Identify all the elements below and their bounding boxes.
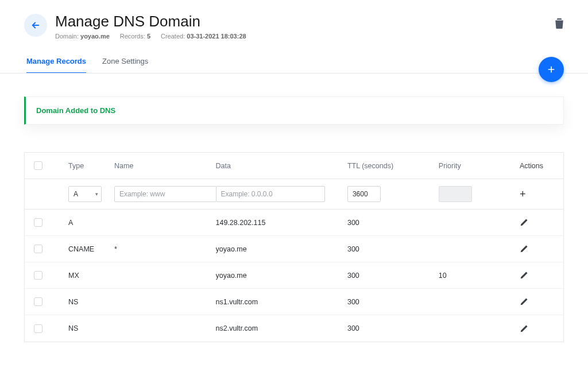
cell-type: CNAME [68, 245, 114, 253]
add-record-fab[interactable] [539, 57, 564, 82]
col-data: Data [216, 162, 347, 170]
tab-manage-records[interactable]: Manage Records [26, 57, 86, 73]
cell-data: yoyao.me [216, 245, 347, 253]
back-button[interactable] [24, 14, 47, 37]
edit-button[interactable] [520, 218, 528, 227]
success-alert: Domain Added to DNS [24, 96, 564, 125]
new-priority-input [439, 186, 472, 202]
row-checkbox[interactable] [34, 297, 42, 306]
edit-button[interactable] [520, 271, 528, 280]
plus-icon [547, 65, 556, 74]
cell-ttl: 300 [347, 245, 439, 253]
pencil-icon [520, 218, 528, 227]
row-checkbox[interactable] [34, 324, 42, 333]
tabs-divider [0, 73, 588, 73]
new-name-input[interactable] [114, 186, 216, 202]
cell-ttl: 300 [347, 272, 439, 280]
row-checkbox[interactable] [34, 271, 42, 280]
col-ttl: TTL (seconds) [347, 162, 439, 170]
pencil-icon [520, 271, 528, 280]
cell-type: A [68, 219, 114, 227]
cell-data: ns1.vultr.com [216, 298, 347, 306]
col-priority: Priority [439, 162, 520, 170]
cell-ttl: 300 [347, 298, 439, 306]
pencil-icon [520, 324, 528, 333]
dns-records-table: Type Name Data TTL (seconds) Priority Ac… [24, 152, 564, 342]
edit-button[interactable] [520, 324, 528, 333]
cell-ttl: 300 [347, 219, 439, 227]
arrow-left-icon [30, 20, 41, 30]
cell-data: ns2.vultr.com [216, 324, 347, 332]
cell-priority: 10 [439, 272, 520, 280]
edit-button[interactable] [520, 245, 528, 253]
table-row: MX yoyao.me 300 10 [25, 262, 563, 289]
cell-data: 149.28.202.115 [216, 219, 347, 227]
col-actions: Actions [520, 162, 554, 170]
header-meta: Domain: yoyao.me Records: 5 Created: 03-… [55, 33, 547, 40]
trash-icon [555, 18, 564, 29]
tab-zone-settings[interactable]: Zone Settings [102, 57, 148, 73]
table-row: NS ns1.vultr.com 300 [25, 289, 563, 315]
table-row: NS ns2.vultr.com 300 [25, 315, 563, 342]
new-type-select[interactable]: A [68, 186, 102, 202]
cell-type: NS [68, 298, 114, 306]
delete-button[interactable] [555, 18, 564, 31]
pencil-icon [520, 245, 528, 253]
cell-data: yoyao.me [216, 272, 347, 280]
page-title: Manage DNS Domain [55, 13, 547, 30]
cell-ttl: 300 [347, 324, 439, 332]
cell-type: MX [68, 272, 114, 280]
new-record-row: A ▾ + [25, 179, 563, 210]
col-name: Name [114, 162, 216, 170]
row-checkbox[interactable] [34, 218, 42, 227]
row-checkbox[interactable] [34, 245, 42, 253]
cell-type: NS [68, 324, 114, 332]
select-all-checkbox[interactable] [34, 161, 42, 170]
add-record-button[interactable]: + [520, 189, 526, 199]
new-data-input[interactable] [216, 186, 325, 202]
edit-button[interactable] [520, 297, 528, 306]
pencil-icon [520, 297, 528, 306]
table-row: CNAME * yoyao.me 300 [25, 236, 563, 262]
cell-name: * [114, 245, 216, 253]
new-ttl-input[interactable] [347, 186, 381, 202]
table-row: A 149.28.202.115 300 [25, 210, 563, 236]
table-header-row: Type Name Data TTL (seconds) Priority Ac… [25, 153, 563, 179]
col-type: Type [68, 162, 114, 170]
